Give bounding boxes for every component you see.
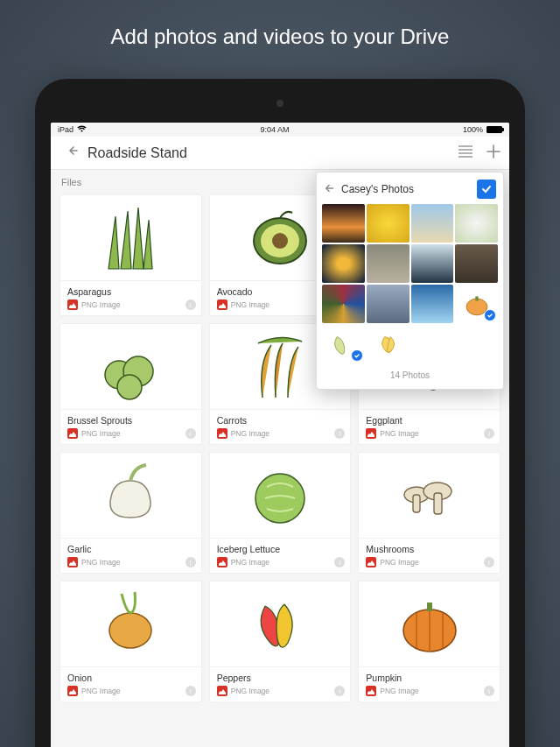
file-type: PNG Image [81,300,120,309]
file-name: Carrots [217,415,344,426]
info-icon[interactable]: i [186,557,196,567]
info-icon[interactable]: i [484,557,494,567]
popover-title: Casey's Photos [341,183,472,195]
selected-badge-icon [484,309,496,321]
file-thumbnail [210,453,351,539]
confirm-selection-button[interactable] [477,180,496,199]
wifi-icon [77,125,87,134]
photo-thumb[interactable] [322,285,365,323]
photo-thumb[interactable] [455,285,498,323]
info-icon[interactable]: i [334,428,345,439]
tablet-frame: iPad 9:04 AM 100% Roadside Stand [35,79,525,747]
file-name: Pumpkin [366,673,493,683]
file-thumbnail [60,453,201,539]
status-bar: iPad 9:04 AM 100% [51,123,509,137]
file-name: Brussel Sprouts [67,415,194,426]
image-badge-icon [366,557,376,567]
file-name: Peppers [217,673,344,683]
status-time: 9:04 AM [260,125,289,134]
file-type: PNG Image [380,687,418,695]
tablet-camera [276,100,284,107]
photo-picker-popover: Casey's Photos [316,172,504,390]
popover-back-button[interactable] [324,182,336,197]
file-name: Asparagus [67,286,194,297]
photo-thumb[interactable] [367,244,410,283]
device-label: iPad [58,125,74,134]
file-type: PNG Image [81,558,120,567]
photo-thumb[interactable] [411,244,454,283]
file-name: Eggplant [366,415,493,426]
file-thumbnail [210,581,351,667]
file-thumbnail [60,581,201,667]
file-thumbnail [60,324,201,410]
file-card[interactable]: Garlic PNG Image i [56,448,206,577]
photo-thumb[interactable] [367,285,410,323]
view-list-icon[interactable] [458,145,472,161]
file-card[interactable]: Onion PNG Image i [56,577,206,706]
image-badge-icon [366,686,376,696]
file-card[interactable]: Peppers PNG Image i [206,577,355,706]
photo-thumb[interactable] [411,204,454,243]
image-badge-icon [67,557,78,567]
photo-thumb[interactable] [322,244,365,283]
file-card[interactable]: Iceberg Lettuce PNG Image i [206,448,355,577]
selected-badge-icon [351,349,363,362]
navbar: Roadside Stand [51,137,509,170]
info-icon[interactable]: i [334,557,345,567]
file-type: PNG Image [231,429,270,438]
file-type: PNG Image [380,429,418,438]
svg-point-15 [109,613,151,648]
info-icon[interactable]: i [186,300,196,310]
info-icon[interactable]: i [484,686,494,696]
photo-thumb[interactable] [322,325,365,363]
back-button[interactable] [60,144,88,162]
image-badge-icon [67,300,78,310]
file-thumbnail [359,453,500,539]
file-type: PNG Image [231,300,270,309]
info-icon[interactable]: i [334,686,345,696]
photo-thumb[interactable] [322,204,365,243]
file-type: PNG Image [81,429,120,438]
svg-rect-14 [434,493,442,514]
file-name: Onion [67,673,194,683]
svg-rect-19 [475,297,478,301]
file-thumbnail [359,581,500,667]
image-badge-icon [67,428,78,439]
info-icon[interactable]: i [186,428,196,439]
file-name: Mushrooms [366,544,493,554]
image-badge-icon [67,686,78,696]
image-badge-icon [217,686,228,696]
photo-thumb[interactable] [455,204,498,243]
image-badge-icon [217,557,228,567]
photo-thumb[interactable] [367,204,410,243]
svg-point-10 [256,474,304,523]
photo-grid [317,204,503,363]
file-type: PNG Image [231,687,270,695]
file-card[interactable]: Asparagus PNG Image i [56,191,206,320]
file-thumbnail [60,195,201,281]
file-card[interactable]: Mushrooms PNG Image i [354,448,504,577]
info-icon[interactable]: i [186,686,196,696]
battery-icon [486,126,502,133]
photo-thumb[interactable] [367,325,410,363]
file-name: Garlic [67,544,194,554]
photo-thumb[interactable] [411,285,454,323]
add-button[interactable] [486,144,500,162]
info-icon[interactable]: i [484,428,494,439]
image-badge-icon [217,428,228,439]
app-screen: iPad 9:04 AM 100% Roadside Stand [51,123,509,747]
svg-rect-12 [413,495,420,512]
promo-title: Add photos and videos to your Drive [0,0,560,65]
file-card[interactable]: Pumpkin PNG Image i [354,577,504,706]
image-badge-icon [366,428,376,439]
page-title: Roadside Stand [88,145,458,161]
svg-point-2 [272,233,288,249]
file-name: Iceberg Lettuce [217,544,344,554]
file-card[interactable]: Brussel Sprouts PNG Image i [56,320,206,448]
photo-thumb[interactable] [455,244,498,283]
svg-point-9 [117,375,142,399]
battery-percent: 100% [463,125,483,134]
image-badge-icon [217,300,228,310]
svg-rect-17 [427,603,432,611]
file-type: PNG Image [81,687,120,695]
